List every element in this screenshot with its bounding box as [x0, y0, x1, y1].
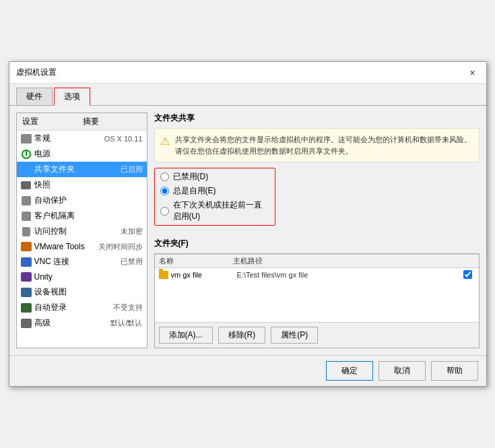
folder-name: vm gx file	[171, 271, 202, 279]
bottom-bar: 确定 取消 帮助	[9, 355, 486, 386]
item-label: 访问控制	[34, 226, 118, 237]
folder-enabled-checkbox[interactable]	[463, 270, 472, 279]
shield-icon	[21, 195, 32, 206]
list-item-advanced[interactable]: 高级 默认/默认	[17, 315, 147, 331]
radio-disabled[interactable]: 已禁用(D)	[160, 171, 269, 183]
folder-buttons-row: 添加(A)... 移除(R) 属性(P)	[155, 322, 479, 348]
col-name-header: 名称	[159, 256, 233, 266]
radio-always[interactable]: 总是自用(E)	[160, 185, 269, 197]
item-label: VMware Tools	[34, 242, 96, 251]
tabs-bar: 硬件 选项	[9, 84, 486, 106]
item-label: 常规	[34, 133, 102, 144]
file-sharing-section: 文件夹共享 ⚠ 共享文件夹会将您的文件显示给虚拟机中的程序。这可能会为您的计算机…	[154, 113, 480, 231]
list-item-vmware-tools[interactable]: VMware Tools 关闭时间同步	[17, 239, 147, 254]
item-label: 自动保护	[34, 195, 140, 206]
auto-login-icon	[21, 302, 32, 313]
left-panel: 设置 摘要 常规 OS X 10.11	[16, 113, 147, 348]
dialog-title: 虚拟机设置	[16, 67, 57, 78]
sharing-radio-group: 已禁用(D) 总是自用(E) 在下次关机或挂起前一直启用(U)	[154, 168, 275, 226]
device-icon	[21, 287, 32, 298]
ok-button[interactable]: 确定	[326, 361, 373, 381]
file-sharing-title: 文件夹共享	[154, 113, 480, 124]
cancel-button[interactable]: 取消	[378, 361, 426, 381]
radio-disabled-input[interactable]	[160, 172, 169, 181]
list-item-vnc[interactable]: VNC 连接 已禁用	[17, 254, 147, 269]
folder-enabled-check[interactable]	[461, 270, 475, 279]
vmware-icon	[21, 241, 32, 252]
folder-section: 名称 主机路径 vm gx file E:\Test files\vm gx f…	[154, 253, 480, 348]
warning-text: 共享文件夹会将您的文件显示给虚拟机中的程序。这可能会为您的计算机和数据带来风险。…	[175, 134, 473, 156]
advanced-icon	[21, 318, 32, 329]
list-item-guest-isolation[interactable]: 客户机隔离	[17, 208, 147, 224]
folder-section-label: 文件夹(F)	[154, 238, 480, 249]
folder-table-header: 名称 主机路径	[155, 254, 479, 268]
camera-icon	[21, 180, 32, 191]
folder-icon	[159, 271, 168, 279]
properties-folder-button[interactable]: 属性(P)	[271, 327, 318, 344]
table-row: vm gx file E:\Test files\vm gx file	[155, 268, 479, 281]
radio-always-label: 总是自用(E)	[173, 185, 216, 197]
list-item-device-view[interactable]: 设备视图	[17, 284, 147, 300]
tab-hardware[interactable]: 硬件	[16, 88, 53, 105]
remove-folder-button[interactable]: 移除(R)	[218, 327, 266, 344]
item-label: 共享文件夹	[34, 164, 118, 175]
radio-until-off[interactable]: 在下次关机或挂起前一直启用(U)	[160, 199, 269, 222]
folder-share-icon	[21, 164, 32, 175]
folder-section-wrapper: 文件夹(F) 名称 主机路径 vm gx file E:\Test files\…	[154, 238, 480, 348]
item-label: Unity	[34, 272, 140, 282]
item-summary: 未加密	[121, 226, 143, 236]
content-area: 设置 摘要 常规 OS X 10.11	[9, 106, 486, 355]
item-summary: OS X 10.11	[104, 135, 143, 143]
settings-list: 常规 OS X 10.11 电源	[17, 131, 147, 348]
col-summary-label: 摘要	[83, 116, 141, 127]
item-summary: 已禁用	[121, 257, 143, 267]
radio-until-off-label: 在下次关机或挂起前一直启用(U)	[173, 199, 269, 222]
tab-options[interactable]: 选项	[54, 88, 90, 106]
item-label: 电源	[34, 148, 140, 160]
close-button[interactable]: ×	[466, 66, 480, 79]
power-icon	[21, 149, 32, 160]
list-item-auto-protect[interactable]: 自动保护	[17, 193, 147, 208]
item-label: 客户机隔离	[34, 210, 140, 222]
unity-icon	[21, 271, 32, 282]
list-header: 设置 摘要	[17, 113, 147, 131]
col-path-header: 主机路径	[233, 256, 475, 266]
item-label: 自动登录	[34, 302, 110, 313]
item-label: VNC 连接	[34, 256, 118, 267]
list-item-power[interactable]: 电源	[17, 146, 147, 162]
folder-name-cell: vm gx file	[159, 271, 233, 279]
user-icon	[21, 211, 32, 222]
warning-box: ⚠ 共享文件夹会将您的文件显示给虚拟机中的程序。这可能会为您的计算机和数据带来风…	[154, 128, 480, 162]
col-settings-label: 设置	[22, 116, 83, 127]
title-bar: 虚拟机设置 ×	[9, 62, 486, 84]
list-item-access-control[interactable]: 访问控制 未加密	[17, 224, 147, 239]
item-summary: 关闭时间同步	[98, 242, 143, 252]
item-summary: 不受支持	[113, 302, 143, 313]
right-panel: 文件夹共享 ⚠ 共享文件夹会将您的文件显示给虚拟机中的程序。这可能会为您的计算机…	[154, 113, 480, 348]
folder-path-cell: E:\Test files\vm gx file	[237, 271, 457, 279]
radio-until-off-input[interactable]	[160, 207, 169, 216]
list-item-unity[interactable]: Unity	[17, 269, 147, 284]
add-folder-button[interactable]: 添加(A)...	[159, 327, 213, 344]
list-item-shared-folders[interactable]: 共享文件夹 已启用	[17, 162, 147, 177]
radio-always-input[interactable]	[160, 187, 169, 195]
vnc-icon	[21, 257, 32, 267]
item-label: 设备视图	[34, 286, 140, 298]
list-item-auto-login[interactable]: 自动登录 不受支持	[17, 300, 147, 315]
item-summary: 默认/默认	[110, 318, 142, 328]
help-button[interactable]: 帮助	[431, 361, 478, 381]
list-item-general[interactable]: 常规 OS X 10.11	[17, 131, 147, 146]
general-icon	[21, 133, 32, 144]
item-label: 高级	[34, 317, 108, 329]
virtual-machine-settings-dialog: 虚拟机设置 × 硬件 选项 设置 摘要 常规 OS X 10.11	[9, 61, 487, 387]
item-summary: 已启用	[121, 164, 143, 174]
list-item-snapshot[interactable]: 快照	[17, 177, 147, 193]
item-label: 快照	[34, 179, 140, 191]
folder-table-body: vm gx file E:\Test files\vm gx file	[155, 268, 479, 322]
radio-disabled-label: 已禁用(D)	[173, 171, 209, 183]
lock-icon	[21, 226, 32, 237]
warning-icon: ⚠	[160, 135, 170, 148]
